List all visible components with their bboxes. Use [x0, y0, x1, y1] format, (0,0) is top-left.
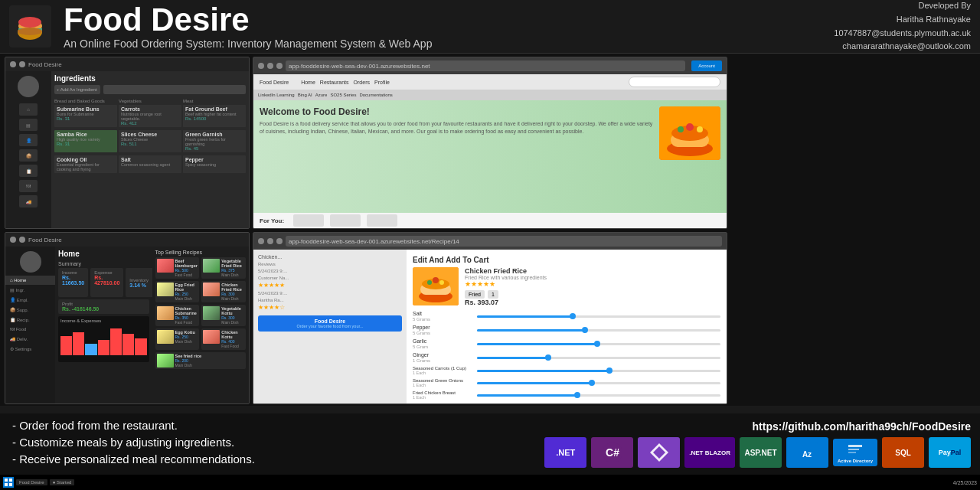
- dash-nav-settings[interactable]: ⚙ Settings: [5, 344, 55, 354]
- recipe-chicken-sub[interactable]: Chicken Submarine Rs. 350 Fast Food: [155, 305, 200, 326]
- sidebar-employees-icon[interactable]: 👤: [19, 134, 38, 146]
- sidebar-deliveries-icon[interactable]: 🚚: [19, 195, 38, 207]
- cart-url-text: app-fooddesire-web-sea-dev-001.azurewebs…: [289, 238, 459, 245]
- food-desire-cta[interactable]: Food Desire Order your favorite food fro…: [258, 315, 402, 332]
- ingredients-title: Ingredients: [54, 74, 246, 83]
- chicken-slider-thumb[interactable]: [574, 392, 580, 398]
- bookmark-1: LinkedIn Learning: [258, 93, 295, 97]
- dash-nav-fooditems[interactable]: 🍽 Food: [5, 325, 55, 334]
- app-logo: [9, 5, 51, 47]
- webapp-account-button[interactable]: Account: [691, 60, 722, 71]
- ingredient-table-headers: Bread and Baked Goods Vegetables Meat: [54, 99, 246, 103]
- dash-nav-supplies[interactable]: 📦 Supp.: [5, 305, 55, 315]
- cart-modal-title: Edit And Add To Cart: [413, 256, 720, 264]
- dash-nav-recipes[interactable]: 📋 Recip.: [5, 315, 55, 325]
- salt-slider-thumb[interactable]: [570, 313, 576, 319]
- ingredient-submarine-buns[interactable]: Submarine Buns Buns for Submarine Rs. 31: [54, 105, 117, 127]
- pepper-slider-track[interactable]: [477, 329, 720, 332]
- recipe-row-4: Egg Kottu Rs. 250 Main Dish Chicken Kott…: [155, 328, 247, 350]
- cart-url-bar[interactable]: app-fooddesire-web-sea-dev-001.azurewebs…: [286, 236, 722, 247]
- recipe-veg-kottu[interactable]: Vegetable Kottu Rs. 300 Main Dish: [201, 305, 246, 326]
- recipe-egg-kottu[interactable]: Egg Kottu Rs. 250 Main Dish: [155, 328, 200, 350]
- for-you-label: For You:: [260, 217, 284, 224]
- ingredients-app-title: Food Desire: [28, 61, 62, 68]
- green-onions-slider-track[interactable]: [477, 382, 720, 384]
- app-subtitle: An Online Food Ordering System: Inventor…: [64, 38, 834, 50]
- webapp-url-bar[interactable]: app-fooddesire-web-sea-dev-001.azurewebs…: [286, 60, 685, 71]
- food-card-3[interactable]: [367, 214, 397, 227]
- sidebar-recipes-icon[interactable]: 📋: [19, 165, 38, 177]
- recipe-egg-fried-rice[interactable]: Egg Fried Rice Rs. 250 Main Dish: [155, 281, 200, 302]
- ingredient-green-garnish[interactable]: Green Garnish Fresh green herbs for garn…: [183, 130, 246, 152]
- webapp-nav-home[interactable]: Home: [301, 80, 315, 85]
- ingredient-fat-beef[interactable]: Fat Ground Beef Beef with higher fat con…: [183, 105, 246, 127]
- food-card-2[interactable]: [330, 214, 361, 227]
- active-directory-icon: [846, 442, 864, 457]
- recipe-veg-rice[interactable]: Vegetable Fried Rice Rs. 375 Main Dish: [201, 257, 246, 279]
- webapp-hero-text-area: Welcome to Food Desire! Food Desire is a…: [260, 106, 653, 207]
- svg-rect-35: [9, 483, 12, 486]
- start-button[interactable]: [3, 477, 14, 488]
- svg-point-13: [686, 123, 694, 131]
- webapp-nav-orders[interactable]: Orders: [354, 80, 370, 85]
- recipe-img-veg-rice: [203, 259, 220, 273]
- ingredient-slices-cheese[interactable]: Slices Cheese Slices Cheese Rs. 511: [119, 130, 181, 152]
- carrots-slider-thumb[interactable]: [606, 368, 612, 374]
- dash-nav-deliveries[interactable]: 🚚 Deliv.: [5, 334, 55, 344]
- recipe-row-3: Chicken Submarine Rs. 350 Fast Food Vege…: [155, 305, 247, 326]
- salt-slider-track[interactable]: [477, 315, 720, 318]
- green-onions-slider-thumb[interactable]: [589, 380, 595, 386]
- food-desire-cta-label: Food Desire: [263, 318, 397, 324]
- bookmark-4: SO25 Series: [330, 93, 356, 97]
- ingredients-main: Ingredients + Add An Ingredient Bread an…: [51, 71, 249, 228]
- dash-nav-employees[interactable]: 👤 Empl.: [5, 295, 55, 305]
- chicken-slider-track[interactable]: [477, 394, 720, 397]
- taskbar: Food Desire ● Started 4/25/2023: [0, 475, 980, 490]
- dev-email1: 10747887@students.plymouth.ac.uk: [834, 27, 971, 41]
- recipe-img-chicken-kottu: [203, 330, 220, 344]
- ginger-slider-track[interactable]: [477, 357, 720, 359]
- garlic-slider-thumb[interactable]: [594, 341, 600, 347]
- taskbar-item-1[interactable]: Food Desire: [16, 479, 47, 485]
- webapp-screen: app-fooddesire-web-sea-dev-001.azurewebs…: [253, 57, 727, 229]
- webapp-search-input[interactable]: [629, 77, 720, 87]
- ingredient-cooking-oil[interactable]: Cooking Oil Essential ingredient for coo…: [54, 155, 117, 173]
- dash-nav-home[interactable]: ⌂ Home: [5, 276, 55, 285]
- ginger-slider-thumb[interactable]: [545, 354, 551, 361]
- chart-bar-1: [60, 336, 72, 355]
- ingredient-samba-rice[interactable]: Samba Rice High quality rice variety Rs.…: [54, 130, 117, 152]
- food-card-1[interactable]: [293, 214, 324, 227]
- ingredient-pepper[interactable]: Pepper Spicy seasoning: [183, 155, 246, 173]
- cart-dish-price: Rs. 393.07: [465, 299, 720, 306]
- chart-bar-2: [73, 332, 84, 355]
- add-ingredient-button[interactable]: + Add An Ingredient: [54, 85, 100, 94]
- cart-qty-value[interactable]: 1: [488, 290, 498, 299]
- pepper-slider-fill: [477, 329, 586, 332]
- recipe-chicken-fried-rice[interactable]: Chicken Fried Rice Rs. 300 Main Dish: [201, 281, 246, 302]
- recipe-img-veg-kottu: [203, 306, 220, 320]
- sidebar-supplies-icon[interactable]: 📦: [19, 149, 38, 162]
- taskbar-time: 4/25/2023: [953, 480, 977, 485]
- garlic-slider-track[interactable]: [477, 343, 720, 345]
- aspnet-badge: ASP.NET: [740, 437, 782, 468]
- ingredient-salt[interactable]: Salt Common seasoning agent: [119, 155, 181, 173]
- dash-nav-ingredients[interactable]: ▤ Ingr.: [5, 285, 55, 295]
- recipe-chicken-kottu[interactable]: Chicken Kottu Rs. 400 Fast Food: [201, 328, 246, 350]
- sidebar-fooditems-icon[interactable]: 🍽: [19, 180, 38, 192]
- github-link[interactable]: https://github.com/haritha99ch/FoodDesir…: [753, 420, 971, 433]
- webapp-nav-profile[interactable]: Profile: [374, 80, 390, 85]
- ingredient-carrots[interactable]: Carrots Nutritious orange root vegetable…: [119, 105, 181, 127]
- svg-point-19: [427, 280, 432, 285]
- ingredient-search-input[interactable]: [103, 85, 246, 94]
- recipe-see-fried-rice[interactable]: See fried rice Rs. 200 Main Dish: [155, 352, 247, 369]
- sql-label: SQL: [895, 449, 911, 457]
- recipe-beef-hamburger[interactable]: Beef Hamburger Rs. 500 Fast Food: [155, 257, 200, 279]
- carrots-slider-track[interactable]: [477, 370, 720, 372]
- sidebar-ingredients-icon[interactable]: ▤: [19, 119, 38, 131]
- activedir-label: Active Directory: [838, 459, 873, 463]
- sidebar-home-icon[interactable]: ⌂: [19, 103, 38, 116]
- webapp-nav-restaurants[interactable]: Restaurants: [320, 80, 349, 85]
- pepper-slider-thumb[interactable]: [582, 327, 588, 333]
- taskbar-item-2[interactable]: ● Started: [50, 479, 75, 485]
- ingredient-row-3: Cooking Oil Essential ingredient for coo…: [54, 155, 246, 175]
